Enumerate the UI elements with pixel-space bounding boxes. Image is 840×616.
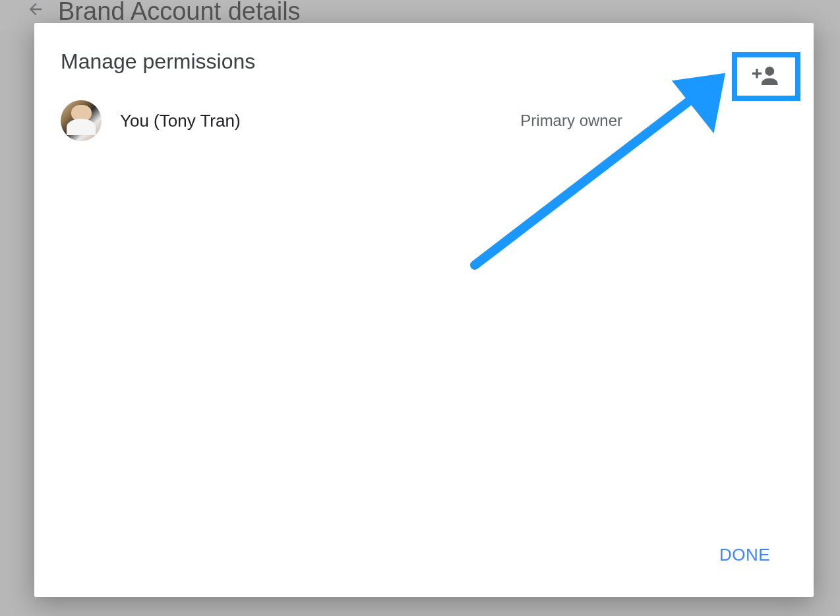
manage-permissions-modal: Manage permissions You (Tony Tran) Prima…	[34, 23, 814, 597]
done-button[interactable]: DONE	[709, 539, 781, 570]
user-role: Primary owner	[520, 111, 622, 130]
modal-header: Manage permissions	[34, 23, 814, 87]
svg-point-0	[765, 67, 774, 76]
user-row: You (Tony Tran) Primary owner	[34, 87, 814, 154]
add-person-icon	[752, 65, 780, 88]
modal-footer: DONE	[34, 520, 814, 597]
modal-title: Manage permissions	[61, 49, 255, 74]
avatar	[61, 100, 102, 141]
user-name: You (Tony Tran)	[120, 111, 502, 131]
add-person-button[interactable]	[732, 52, 800, 101]
